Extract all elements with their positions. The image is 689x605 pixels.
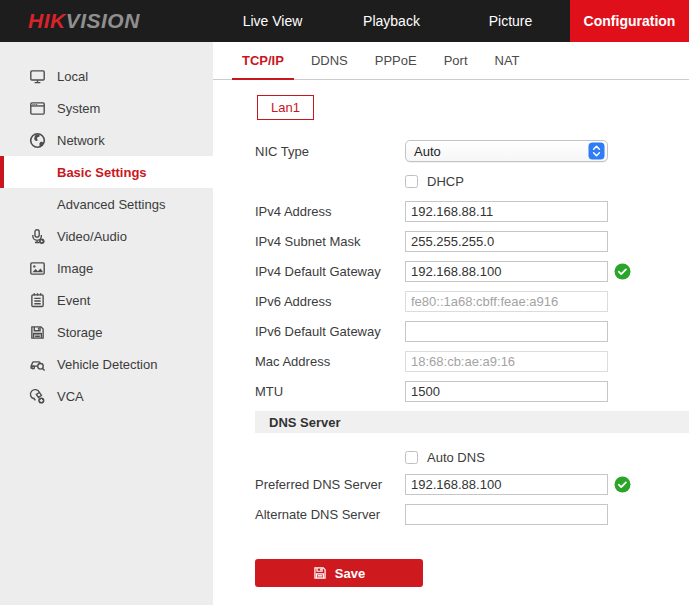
- sidebar-item-basic-settings[interactable]: Basic Settings: [0, 156, 213, 188]
- window-icon: [28, 99, 47, 118]
- mtu-input[interactable]: [405, 381, 608, 402]
- nav-item-playback[interactable]: Playback: [332, 0, 451, 42]
- image-icon: [28, 259, 47, 278]
- ipv4-subnet-row: IPv4 Subnet Mask: [213, 226, 689, 256]
- tab-ddns[interactable]: DDNS: [311, 42, 348, 79]
- alternate-dns-label: Alternate DNS Server: [255, 507, 405, 522]
- sidebar-item-storage[interactable]: Storage: [0, 316, 213, 348]
- monitor-icon: [28, 67, 47, 86]
- sidebar-item-label: Video/Audio: [57, 229, 127, 244]
- save-icon: [313, 566, 327, 580]
- globe-icon: [28, 131, 47, 150]
- ipv6-address-row: IPv6 Address: [213, 286, 689, 316]
- dhcp-checkbox[interactable]: [405, 175, 418, 188]
- preferred-dns-row: Preferred DNS Server: [213, 469, 689, 499]
- sidebar-item-system[interactable]: System: [0, 92, 213, 124]
- sidebar-item-label: Storage: [57, 325, 103, 340]
- logo-hik-text: HIK: [28, 9, 66, 33]
- sidebar-item-label: Advanced Settings: [57, 197, 165, 212]
- tab-tcpip[interactable]: TCP/IP: [242, 42, 284, 79]
- nic-type-label: NIC Type: [255, 144, 405, 159]
- nav-item-live-view[interactable]: Live View: [213, 0, 332, 42]
- tab-nat[interactable]: NAT: [495, 42, 520, 79]
- ipv4-gateway-label: IPv4 Default Gateway: [255, 264, 405, 279]
- microphone-icon: [28, 227, 47, 246]
- alternate-dns-input[interactable]: [405, 504, 608, 525]
- auto-dns-row: Auto DNS: [213, 445, 689, 469]
- sidebar-item-label: VCA: [57, 389, 84, 404]
- ipv4-gateway-input[interactable]: [405, 261, 608, 282]
- hikvision-logo: HIKVISION: [0, 0, 213, 42]
- ipv4-address-input[interactable]: [405, 201, 608, 222]
- tcpip-form: NIC Type Auto DHCP IPv4 Address IPv4 Sub…: [213, 136, 689, 587]
- ipv4-gateway-row: IPv4 Default Gateway: [213, 256, 689, 286]
- tab-pppoe[interactable]: PPPoE: [375, 42, 417, 79]
- sidebar-item-image[interactable]: Image: [0, 252, 213, 284]
- storage-icon: [28, 323, 47, 342]
- vca-icon: [28, 387, 47, 406]
- mac-address-input[interactable]: [405, 351, 608, 372]
- lan1-tab-button[interactable]: Lan1: [257, 95, 314, 120]
- ipv6-gateway-label: IPv6 Default Gateway: [255, 324, 405, 339]
- sidebar-item-label: Network: [57, 133, 105, 148]
- valid-check-icon: [614, 263, 631, 280]
- mtu-row: MTU: [213, 376, 689, 406]
- valid-check-icon: [614, 476, 631, 493]
- nic-type-select[interactable]: Auto: [405, 140, 608, 162]
- sidebar-item-label: Basic Settings: [57, 165, 147, 180]
- sidebar-item-label: Event: [57, 293, 90, 308]
- nav-item-configuration[interactable]: Configuration: [570, 0, 689, 42]
- ipv4-subnet-input[interactable]: [405, 231, 608, 252]
- sidebar-item-vehicle-detection[interactable]: Vehicle Detection: [0, 348, 213, 380]
- sidebar-item-label: Image: [57, 261, 93, 276]
- sidebar-item-video-audio[interactable]: Video/Audio: [0, 220, 213, 252]
- ipv6-gateway-row: IPv6 Default Gateway: [213, 316, 689, 346]
- sidebar-item-label: System: [57, 101, 100, 116]
- ipv4-address-row: IPv4 Address: [213, 196, 689, 226]
- ipv4-subnet-label: IPv4 Subnet Mask: [255, 234, 405, 249]
- preferred-dns-label: Preferred DNS Server: [255, 477, 405, 492]
- save-button[interactable]: Save: [255, 559, 423, 587]
- sidebar-item-vca[interactable]: VCA: [0, 380, 213, 412]
- save-button-label: Save: [335, 566, 365, 581]
- auto-dns-label: Auto DNS: [427, 450, 485, 465]
- auto-dns-checkbox[interactable]: [405, 451, 418, 464]
- logo-vision-text: VISION: [66, 9, 140, 33]
- sidebar-item-label: Vehicle Detection: [57, 357, 157, 372]
- sidebar-item-advanced-settings[interactable]: Advanced Settings: [0, 188, 213, 220]
- ipv6-address-input[interactable]: [405, 291, 608, 312]
- sidebar-item-network[interactable]: Network: [0, 124, 213, 156]
- preferred-dns-input[interactable]: [405, 474, 608, 495]
- vehicle-search-icon: [28, 355, 47, 374]
- ipv4-address-label: IPv4 Address: [255, 204, 405, 219]
- event-icon: [28, 291, 47, 310]
- dns-server-section-header: DNS Server: [255, 411, 689, 433]
- tab-port[interactable]: Port: [444, 42, 468, 79]
- network-tabbar: TCP/IP DDNS PPPoE Port NAT: [213, 42, 689, 80]
- dhcp-row: DHCP: [213, 166, 689, 196]
- nic-type-row: NIC Type Auto: [213, 136, 689, 166]
- select-stepper-icon: [588, 142, 605, 160]
- nav-item-picture[interactable]: Picture: [451, 0, 570, 42]
- alternate-dns-row: Alternate DNS Server: [213, 499, 689, 529]
- mtu-label: MTU: [255, 384, 405, 399]
- top-nav: HIKVISION Live View Playback Picture Con…: [0, 0, 689, 42]
- sidebar: Local System Network Basic Settings Adva…: [0, 42, 213, 605]
- dns-server-title: DNS Server: [255, 415, 341, 430]
- sidebar-item-event[interactable]: Event: [0, 284, 213, 316]
- nic-type-selected-value: Auto: [406, 144, 588, 159]
- mac-address-row: Mac Address: [213, 346, 689, 376]
- sidebar-item-label: Local: [57, 69, 88, 84]
- mac-address-label: Mac Address: [255, 354, 405, 369]
- nav-menu: Live View Playback Picture Configuration: [213, 0, 689, 42]
- main-panel: TCP/IP DDNS PPPoE Port NAT Lan1 NIC Type…: [213, 42, 689, 605]
- sidebar-item-local[interactable]: Local: [0, 60, 213, 92]
- ipv6-gateway-input[interactable]: [405, 321, 608, 342]
- dhcp-label: DHCP: [427, 174, 464, 189]
- ipv6-address-label: IPv6 Address: [255, 294, 405, 309]
